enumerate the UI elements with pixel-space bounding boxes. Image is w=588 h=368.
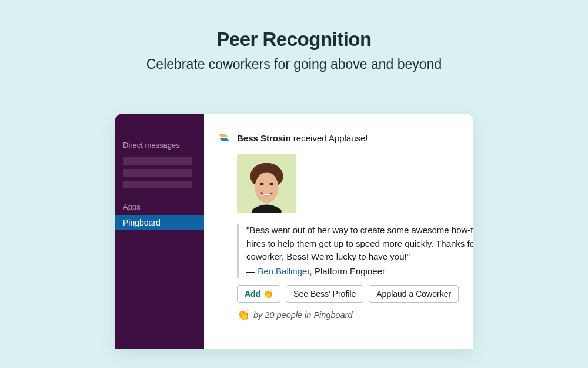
message-content: Bess Strosin received Applause! "Bess we… [204, 114, 473, 349]
page-subtitle: Celebrate coworkers for going above and … [0, 57, 588, 72]
add-applause-button[interactable]: Add 👏 [237, 285, 280, 303]
author-title: , Platform Engineer [310, 266, 385, 276]
dm-placeholder [123, 157, 192, 165]
page-title: Peer Recognition [0, 28, 588, 51]
applaud-coworker-button[interactable]: Applaud a Coworker [369, 285, 459, 303]
quote-line: coworker, Bess! We're lucky to have you!… [246, 250, 473, 264]
quote-line: hires to help them get up to speed more … [246, 237, 473, 251]
attribution-prefix: — [246, 266, 258, 276]
clap-icon: 👏 [237, 309, 250, 321]
svg-point-3 [269, 183, 273, 185]
profile-photo [237, 154, 296, 213]
see-profile-button[interactable]: See Bess' Profile [286, 285, 363, 303]
quote-attribution: — Ben Ballinger, Platform Engineer [246, 265, 473, 279]
sidebar-dm-label: Direct messages [115, 137, 204, 153]
recipient-name: Bess Strosin [237, 133, 291, 143]
action-buttons: Add 👏 See Bess' Profile Applaud a Cowork… [237, 285, 473, 303]
reaction-text: by 20 people in Pingboard [253, 310, 353, 320]
action-text: received Applause! [291, 133, 368, 143]
quote-line: "Bess went out of her way to create some… [246, 224, 473, 237]
sidebar: Direct messages Apps Pingboard [115, 114, 204, 349]
sidebar-item-pingboard[interactable]: Pingboard [115, 215, 204, 230]
svg-point-1 [255, 172, 278, 203]
dm-placeholder [123, 181, 192, 188]
sidebar-apps-label: Apps [115, 199, 204, 215]
quote-block: "Bess went out of her way to create some… [237, 224, 473, 278]
dm-placeholder [123, 169, 192, 177]
slack-window: Direct messages Apps Pingboard Bess Stro… [115, 114, 473, 349]
svg-point-2 [260, 183, 263, 185]
author-link[interactable]: Ben Ballinger [258, 266, 309, 276]
pingboard-icon [217, 131, 230, 144]
reaction-summary: 👏 by 20 people in Pingboard [237, 309, 473, 321]
message-title: Bess Strosin received Applause! [237, 133, 368, 143]
